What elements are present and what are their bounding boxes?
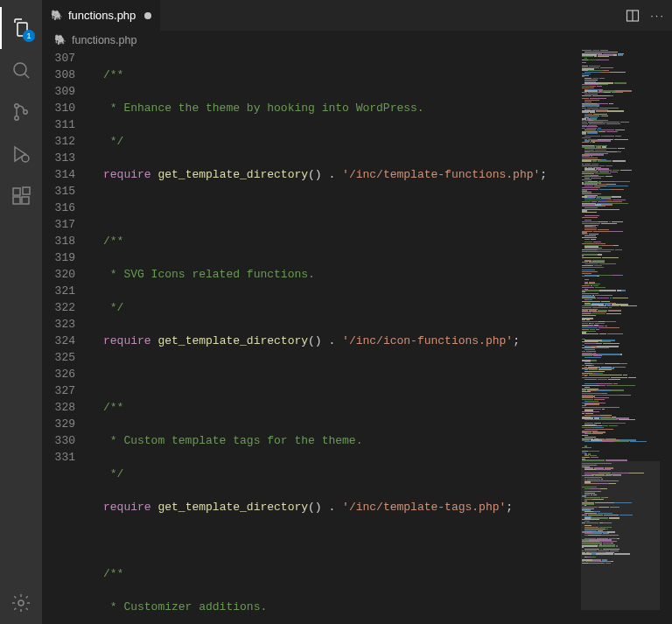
php-file-icon: 🐘 — [51, 10, 63, 21]
svg-point-9 — [18, 600, 24, 606]
dirty-indicator-icon — [144, 12, 151, 19]
svg-rect-5 — [13, 188, 20, 195]
svg-point-0 — [14, 63, 26, 75]
tab-functions-php[interactable]: 🐘 functions.php — [42, 0, 161, 31]
svg-point-1 — [15, 104, 18, 108]
svg-point-2 — [15, 116, 18, 120]
svg-rect-8 — [23, 187, 30, 194]
code-content[interactable]: /** * Enhance the theme by hooking into … — [103, 50, 581, 624]
php-file-icon: 🐘 — [54, 34, 66, 46]
code-editor[interactable]: 3073083093103113123133143153163173183193… — [42, 50, 581, 624]
minimap[interactable] — [581, 50, 660, 624]
line-number-gutter: 3073083093103113123133143153163173183193… — [42, 50, 91, 624]
svg-rect-7 — [22, 197, 29, 204]
explorer-icon[interactable]: 1 — [0, 7, 42, 49]
run-debug-icon[interactable] — [0, 133, 42, 175]
breadcrumb-label: functions.php — [72, 34, 136, 46]
editor-area: 3073083093103113123133143153163173183193… — [42, 50, 672, 624]
split-editor-icon[interactable] — [626, 9, 640, 23]
svg-rect-6 — [13, 197, 20, 204]
indent-guides — [91, 50, 103, 624]
activity-bar: 1 — [0, 0, 42, 624]
settings-gear-icon[interactable] — [0, 582, 42, 624]
explorer-badge: 1 — [23, 30, 35, 42]
more-actions-icon[interactable]: ··· — [650, 9, 665, 22]
breadcrumb[interactable]: 🐘 functions.php — [42, 31, 672, 50]
extensions-icon[interactable] — [0, 175, 42, 217]
search-icon[interactable] — [0, 49, 42, 91]
svg-point-4 — [22, 155, 29, 162]
minimap-viewport[interactable] — [581, 461, 660, 610]
svg-point-3 — [24, 110, 27, 114]
editor-group: 🐘 functions.php ··· 🐘 functions.php 3073… — [42, 0, 672, 624]
source-control-icon[interactable] — [0, 91, 42, 133]
tab-bar: 🐘 functions.php ··· — [42, 0, 672, 31]
tab-label: functions.php — [68, 9, 136, 22]
vertical-scrollbar[interactable] — [660, 50, 672, 624]
